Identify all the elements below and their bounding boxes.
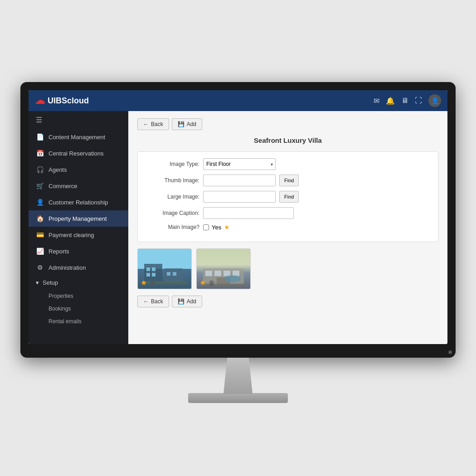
monitor: ☁ UIBScloud ✉ 🔔 🖥 ⛶ 👤 ☰ bbox=[20, 82, 456, 403]
svg-rect-11 bbox=[214, 271, 221, 276]
page-title: Seafront Luxury Villa bbox=[137, 136, 438, 144]
top-bar-right: ✉ 🔔 🖥 ⛶ 👤 bbox=[374, 94, 441, 107]
app-body: ☰ 📄 Content Management 📅 Central Reserva… bbox=[29, 111, 447, 344]
image-caption-input[interactable] bbox=[203, 207, 294, 219]
sidebar-item-customer-relationship[interactable]: 👤 Customer Relationship bbox=[29, 194, 128, 210]
add-button-bottom[interactable]: 💾 Add bbox=[172, 296, 202, 307]
sidebar: ☰ 📄 Content Management 📅 Central Reserva… bbox=[29, 111, 128, 344]
sidebar-label-content-management: Content Management bbox=[49, 134, 105, 141]
large-image-label: Large Image: bbox=[145, 194, 199, 200]
monitor-base bbox=[188, 393, 288, 403]
back-arrow-bottom-icon: ← bbox=[143, 298, 149, 305]
large-find-button[interactable]: Find bbox=[279, 191, 299, 203]
svg-rect-4 bbox=[152, 273, 155, 277]
sidebar-item-agents[interactable]: 🎧 Agents bbox=[29, 161, 128, 178]
image-type-select-wrapper: First Floor Ground Floor Exterior Pool B… bbox=[203, 158, 276, 170]
agents-icon: 🎧 bbox=[36, 166, 44, 173]
sidebar-item-content-management[interactable]: 📄 Content Management bbox=[29, 129, 128, 145]
content-mgmt-icon: 📄 bbox=[36, 133, 44, 141]
large-image-row: Large Image: Find bbox=[145, 191, 431, 203]
add-label: Add bbox=[187, 121, 196, 127]
svg-rect-10 bbox=[205, 271, 212, 276]
sidebar-label-customer-relationship: Customer Relationship bbox=[49, 199, 108, 206]
svg-rect-3 bbox=[146, 273, 150, 277]
thumb-image-input[interactable] bbox=[203, 175, 276, 186]
sidebar-item-administration[interactable]: ⚙ Administration bbox=[29, 259, 128, 276]
sidebar-label-administration: Administration bbox=[49, 264, 86, 271]
sidebar-label-reports: Reports bbox=[49, 248, 69, 255]
sub-item-properties[interactable]: Properties bbox=[29, 290, 128, 302]
thumbnail-card-1: ★ 🗑 bbox=[137, 248, 192, 289]
svg-rect-1 bbox=[146, 267, 150, 271]
main-image-star-icon: ★ bbox=[224, 223, 230, 231]
setup-chevron-icon: ▾ bbox=[36, 279, 39, 286]
sidebar-item-commerce[interactable]: 🛒 Commerce bbox=[29, 178, 128, 194]
properties-label: Properties bbox=[49, 293, 73, 299]
image-type-row: Image Type: First Floor Ground Floor Ext… bbox=[145, 158, 431, 170]
sidebar-item-payment-clearing[interactable]: 💳 Payment clearing bbox=[29, 227, 128, 243]
hamburger-menu[interactable]: ☰ bbox=[29, 111, 128, 129]
toolbar-bottom: ← Back 💾 Add bbox=[137, 296, 438, 307]
image-type-label: Image Type: bbox=[145, 161, 199, 167]
customer-rel-icon: 👤 bbox=[36, 199, 44, 206]
setup-header[interactable]: ▾ Setup bbox=[29, 276, 128, 290]
screen-icon[interactable]: 🖥 bbox=[401, 97, 408, 105]
thumb-image-label: Thumb Image: bbox=[145, 177, 199, 184]
main-image-checkbox[interactable] bbox=[203, 224, 209, 230]
thumb-find-button[interactable]: Find bbox=[279, 175, 299, 186]
toolbar-top: ← Back 💾 Add bbox=[137, 118, 438, 130]
thumb-image-row: Thumb Image: Find bbox=[145, 175, 431, 186]
central-res-icon: 📅 bbox=[36, 150, 44, 157]
avatar-icon: 👤 bbox=[431, 97, 439, 104]
monitor-screen: ☁ UIBScloud ✉ 🔔 🖥 ⛶ 👤 ☰ bbox=[29, 90, 447, 344]
save-icon: 💾 bbox=[178, 121, 185, 127]
thumb-star-icon-1[interactable]: ★ bbox=[141, 278, 147, 287]
property-mgmt-icon: 🏠 bbox=[36, 215, 44, 222]
svg-rect-12 bbox=[223, 271, 230, 276]
sidebar-item-reports[interactable]: 📈 Reports bbox=[29, 243, 128, 259]
monitor-neck bbox=[220, 358, 256, 394]
logo-icon: ☁ bbox=[35, 95, 45, 107]
thumb-star-icon-2[interactable]: ★ bbox=[199, 278, 206, 287]
back-button-bottom[interactable]: ← Back bbox=[137, 296, 169, 307]
sidebar-label-agents: Agents bbox=[49, 166, 67, 173]
large-image-input[interactable] bbox=[203, 191, 276, 203]
sidebar-label-property-management: Property Management bbox=[49, 215, 107, 222]
thumb-delete-icon-1[interactable]: 🗑 bbox=[150, 279, 156, 287]
monitor-bezel: ☁ UIBScloud ✉ 🔔 🖥 ⛶ 👤 ☰ bbox=[20, 82, 456, 358]
admin-icon: ⚙ bbox=[36, 264, 44, 271]
payment-icon: 💳 bbox=[36, 231, 44, 238]
main-image-yes-label: Yes bbox=[212, 224, 221, 231]
fullscreen-icon[interactable]: ⛶ bbox=[415, 97, 422, 105]
top-bar: ☁ UIBScloud ✉ 🔔 🖥 ⛶ 👤 bbox=[29, 90, 447, 111]
add-button[interactable]: 💾 Add bbox=[172, 118, 202, 130]
setup-label: Setup bbox=[43, 279, 58, 286]
thumbnail-card-2: ★ 🗑 bbox=[196, 248, 251, 289]
sub-item-rental-emails[interactable]: Rental emails bbox=[29, 315, 128, 328]
monitor-stand-assembly bbox=[20, 358, 456, 403]
back-label: Back bbox=[151, 121, 163, 127]
sidebar-item-property-management[interactable]: 🏠 Property Management bbox=[29, 210, 128, 227]
add-label-bottom: Add bbox=[187, 298, 196, 305]
main-content: ← Back 💾 Add Seafront Luxury Villa bbox=[128, 111, 447, 344]
image-type-select[interactable]: First Floor Ground Floor Exterior Pool B… bbox=[203, 158, 276, 170]
svg-rect-6 bbox=[167, 272, 170, 276]
power-indicator bbox=[448, 350, 452, 354]
logo: ☁ UIBScloud bbox=[35, 95, 89, 107]
back-label-bottom: Back bbox=[151, 298, 163, 305]
sub-item-bookings[interactable]: Bookings bbox=[29, 302, 128, 315]
sidebar-label-central-reservations: Central Reservations bbox=[49, 150, 103, 157]
bell-icon[interactable]: 🔔 bbox=[386, 97, 395, 105]
form-section: Image Type: First Floor Ground Floor Ext… bbox=[137, 151, 438, 242]
back-button[interactable]: ← Back bbox=[137, 118, 169, 130]
main-image-checkbox-row: Yes ★ bbox=[203, 223, 230, 231]
svg-rect-7 bbox=[173, 272, 176, 276]
back-arrow-icon: ← bbox=[143, 121, 149, 127]
mail-icon[interactable]: ✉ bbox=[374, 97, 379, 105]
sidebar-label-commerce: Commerce bbox=[49, 183, 78, 189]
avatar[interactable]: 👤 bbox=[428, 94, 441, 107]
sidebar-item-central-reservations[interactable]: 📅 Central Reservations bbox=[29, 145, 128, 161]
thumb-overlay-1: ★ 🗑 bbox=[138, 277, 191, 289]
thumb-delete-icon-2[interactable]: 🗑 bbox=[209, 279, 215, 287]
image-caption-label: Image Caption: bbox=[145, 210, 199, 216]
